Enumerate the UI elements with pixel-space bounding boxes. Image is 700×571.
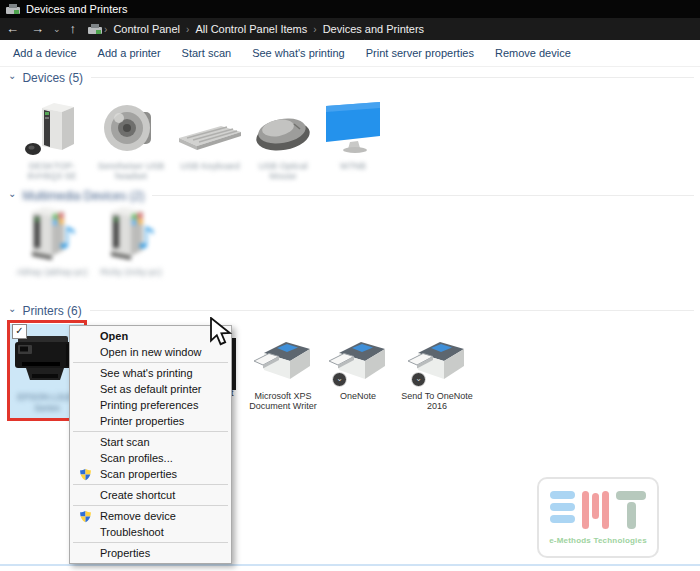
- chevron-down-icon[interactable]: ⌄: [8, 303, 16, 314]
- printer-label: Send To OneNote 2016: [399, 391, 475, 411]
- multimedia-label: Ricky (ricky-pc): [93, 267, 169, 277]
- device-tile-desktop-pc[interactable]: DESKTOP-8VH5Q3 SE: [14, 96, 90, 181]
- menu-item-scan-profiles[interactable]: Scan profiles...: [70, 450, 231, 466]
- menu-separator: [73, 362, 228, 363]
- navigation-bar: ← → ⌄ ↑ › Control Panel › All Control Pa…: [0, 18, 700, 40]
- multimedia-section-label: Multimedia Devices (2): [22, 189, 144, 203]
- menu-item-open[interactable]: Open: [70, 328, 231, 344]
- uac-shield-icon: [79, 468, 92, 481]
- printer-tile-sendto-onenote[interactable]: ⌄ Send To OneNote 2016: [399, 326, 475, 411]
- selection-checkbox[interactable]: ✓: [12, 324, 27, 339]
- forward-icon[interactable]: →: [25, 18, 50, 40]
- address-location-icon: [88, 24, 102, 35]
- remove-device-button[interactable]: Remove device: [495, 47, 571, 59]
- devices-and-printers-window: Devices and Printers ← → ⌄ ↑ › Control P…: [0, 0, 700, 571]
- monitor-icon: [315, 96, 391, 158]
- breadcrumb-control-panel[interactable]: Control Panel: [109, 23, 184, 35]
- desktop-pc-icon: [14, 96, 90, 158]
- multimedia-label: Abhay (abhay-pc): [14, 267, 90, 277]
- breadcrumb-all-control-panel-items[interactable]: All Control Panel Items: [191, 23, 311, 35]
- media-server-icon: ♪: [93, 202, 169, 264]
- menu-item-printer-properties[interactable]: Printer properties: [70, 413, 231, 429]
- menu-item-scan-properties[interactable]: Scan properties: [70, 466, 231, 482]
- back-icon[interactable]: ←: [0, 18, 25, 40]
- device-label: USB Keyboard: [172, 161, 248, 171]
- recent-pages-dropdown-icon[interactable]: ⌄: [50, 18, 64, 40]
- up-icon[interactable]: ↑: [64, 18, 83, 40]
- add-a-device-button[interactable]: Add a device: [13, 47, 77, 59]
- command-toolbar: Add a device Add a printer Start scan Se…: [0, 40, 700, 67]
- menu-separator: [73, 431, 228, 432]
- device-tile-headset[interactable]: Sennheiser USB headset: [93, 96, 169, 181]
- context-menu: Open Open in new window See what's print…: [69, 325, 232, 564]
- menu-item-properties[interactable]: Properties: [70, 545, 231, 561]
- add-a-printer-button[interactable]: Add a printer: [98, 47, 161, 59]
- device-tile-keyboard[interactable]: USB Keyboard: [172, 96, 248, 171]
- emt-logo-letters: [550, 491, 646, 531]
- menu-separator: [73, 505, 228, 506]
- chevron-down-icon[interactable]: ⌄: [8, 70, 16, 81]
- printer-label: Microsoft XPS Document Writer: [245, 391, 321, 411]
- menu-item-troubleshoot[interactable]: Troubleshoot: [70, 524, 231, 540]
- device-label: W7NB: [315, 161, 391, 171]
- logo-letter-t: [616, 491, 646, 529]
- media-server-icon: ♪: [14, 202, 90, 264]
- multimedia-tile[interactable]: ♪ Abhay (abhay-pc): [14, 202, 90, 277]
- printers-section-header[interactable]: ⌄ Printers (6): [8, 303, 700, 318]
- mouse-icon: [245, 96, 321, 158]
- device-tile-mouse[interactable]: USB Optical Mouse: [245, 96, 321, 181]
- printer-label: OneNote: [320, 391, 396, 401]
- chevron-down-icon[interactable]: ⌄: [8, 188, 16, 199]
- menu-item-open-in-new-window[interactable]: Open in new window: [70, 344, 231, 360]
- menu-item-remove-device[interactable]: Remove device: [70, 508, 231, 524]
- printers-section-label: Printers (6): [22, 304, 81, 318]
- menu-item-label: Remove device: [100, 510, 176, 522]
- keyboard-icon: [172, 96, 248, 158]
- device-tile-monitor[interactable]: W7NB: [315, 96, 391, 171]
- section-rule: [91, 77, 694, 78]
- menu-item-create-shortcut[interactable]: Create shortcut: [70, 487, 231, 503]
- title-bar: Devices and Printers: [0, 0, 700, 18]
- device-label: USB Optical Mouse: [245, 161, 321, 181]
- printer-status-badge: ⌄: [411, 372, 426, 387]
- breadcrumb-separator: ›: [184, 24, 191, 35]
- menu-separator: [73, 542, 228, 543]
- devices-section-label: Devices (5): [22, 71, 83, 85]
- emt-watermark-logo: e-Methods Technologies: [537, 477, 659, 558]
- device-label: Sennheiser USB headset: [93, 161, 169, 181]
- uac-shield-icon: [79, 510, 92, 523]
- breadcrumb-devices-and-printers[interactable]: Devices and Printers: [319, 23, 429, 35]
- menu-item-label: Scan properties: [100, 468, 177, 480]
- logo-letter-m: [582, 491, 609, 529]
- devices-section-header[interactable]: ⌄ Devices (5): [8, 70, 700, 85]
- printer-status-badge: ⌄: [332, 372, 347, 387]
- section-rule: [90, 310, 694, 311]
- print-server-properties-button[interactable]: Print server properties: [366, 47, 474, 59]
- multimedia-section-header[interactable]: ⌄ Multimedia Devices (2): [8, 188, 700, 203]
- breadcrumb-separator: ›: [102, 24, 109, 35]
- menu-item-see-whats-printing[interactable]: See what's printing: [70, 365, 231, 381]
- menu-separator: [73, 484, 228, 485]
- printer-tile-onenote[interactable]: ⌄ OneNote: [320, 326, 396, 401]
- mouse-cursor-icon: [208, 317, 234, 351]
- device-label: DESKTOP-8VH5Q3 SE: [14, 161, 90, 181]
- bottom-border-line: [0, 564, 700, 566]
- multimedia-tile[interactable]: ♪ Ricky (ricky-pc): [93, 202, 169, 277]
- start-scan-button[interactable]: Start scan: [182, 47, 232, 59]
- printer-tile-xps[interactable]: Microsoft XPS Document Writer: [245, 326, 321, 411]
- printer-icon: [245, 326, 321, 388]
- breadcrumb-separator: ›: [311, 24, 318, 35]
- menu-item-printing-preferences[interactable]: Printing preferences: [70, 397, 231, 413]
- breadcrumb: › Control Panel › All Control Panel Item…: [88, 23, 428, 35]
- window-title: Devices and Printers: [26, 3, 128, 15]
- menu-item-start-scan[interactable]: Start scan: [70, 434, 231, 450]
- devices-and-printers-icon: [6, 4, 20, 15]
- watermark-text: e-Methods Technologies: [549, 536, 647, 545]
- see-whats-printing-button[interactable]: See what's printing: [252, 47, 345, 59]
- svg-text:♪: ♪: [137, 220, 156, 255]
- svg-text:♪: ♪: [58, 220, 77, 255]
- section-rule: [152, 195, 694, 196]
- logo-letter-e: [550, 491, 575, 523]
- menu-item-set-as-default-printer[interactable]: Set as default printer: [70, 381, 231, 397]
- headset-speaker-icon: [93, 96, 169, 158]
